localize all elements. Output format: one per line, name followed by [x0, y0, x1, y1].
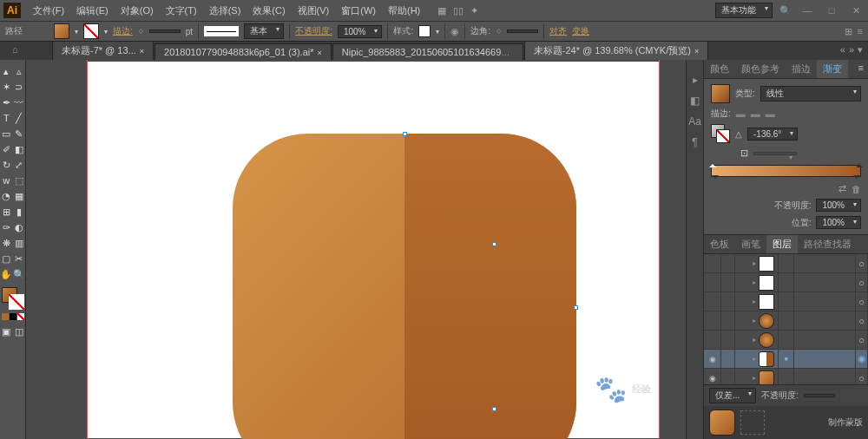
paintbrush-tool[interactable]: ✎ [13, 126, 26, 141]
reverse-gradient-icon[interactable]: ⇄ [838, 183, 846, 194]
panel-menu-icon[interactable]: ≡ [858, 26, 863, 36]
line-tool[interactable]: ╱ [13, 110, 26, 126]
transform-link[interactable]: 变换 [572, 25, 589, 37]
dock-panel-icon[interactable]: ◧ [690, 95, 700, 107]
free-transform-tool[interactable]: ⬚ [13, 173, 26, 188]
maximize-button[interactable]: □ [823, 4, 840, 16]
graph-tool[interactable]: ▥ [13, 235, 26, 251]
lock-toggle[interactable] [721, 331, 735, 349]
kuler-icon[interactable]: ✦ [470, 5, 478, 16]
tab-gradient[interactable]: 渐变 [817, 60, 848, 78]
zoom-tool[interactable]: 🔍 [13, 266, 26, 282]
recolor-icon[interactable]: ◉ [450, 26, 459, 37]
lock-toggle[interactable] [721, 350, 735, 368]
home-icon[interactable]: ⌂ [12, 44, 18, 55]
eyedropper-tool[interactable]: ✑ [0, 220, 13, 235]
layer-row[interactable]: ▸○ [704, 292, 868, 311]
gradient-angle-input[interactable]: -136.6° [747, 128, 798, 141]
opacity-input[interactable]: 100% [338, 25, 383, 38]
screen-mode-toggle[interactable]: ◫ [13, 324, 26, 339]
isolate-icon[interactable]: ⊞ [845, 26, 852, 37]
anchor-point[interactable] [403, 132, 407, 136]
layer-row[interactable]: ▸○ [704, 369, 868, 384]
rectangle-tool[interactable]: ▭ [0, 126, 13, 141]
target-icon[interactable] [779, 331, 794, 349]
rotate-tool[interactable]: ↻ [0, 157, 13, 173]
visibility-toggle[interactable] [704, 273, 721, 292]
lasso-tool[interactable]: ⊃ [13, 79, 26, 95]
visibility-toggle[interactable] [704, 292, 721, 311]
gradient-type-dropdown[interactable]: 线性 [760, 86, 861, 102]
gradient-fill-stroke[interactable] [711, 124, 730, 143]
color-mode-switches[interactable] [2, 313, 24, 320]
guide-left[interactable] [87, 60, 88, 439]
stroke-profile[interactable] [204, 26, 239, 36]
doc-tab-3[interactable]: Nipic_9885883_20150605101634669000.ai*× [332, 43, 523, 60]
style-menu-icon[interactable]: ▾ [436, 28, 439, 36]
visibility-toggle[interactable] [704, 254, 721, 272]
fill-swatch[interactable] [54, 23, 69, 39]
gradient-preview[interactable] [711, 84, 730, 103]
workspace-dropdown[interactable]: 基本功能 [715, 3, 773, 18]
blend-tool[interactable]: ◐ [13, 220, 26, 235]
menu-type[interactable]: 文字(T) [161, 3, 202, 19]
opacity-link[interactable]: 不透明度: [295, 25, 332, 37]
anchor-point[interactable] [574, 305, 578, 310]
magic-wand-tool[interactable]: ✶ [0, 79, 13, 95]
style-swatch[interactable] [418, 25, 431, 37]
anchor-point[interactable] [492, 407, 496, 411]
menu-window[interactable]: 窗口(W) [336, 3, 381, 19]
width-tool[interactable]: w [0, 173, 13, 188]
pen-tool[interactable]: ✒ [0, 95, 13, 110]
align-link[interactable]: 对齐 [549, 25, 567, 37]
menu-object[interactable]: 对象(O) [115, 3, 159, 19]
stroke-weight-input[interactable] [149, 29, 181, 33]
grad-opacity-input[interactable]: 100% [816, 199, 861, 212]
shape-builder-tool[interactable]: ◔ [0, 188, 13, 204]
eraser-tool[interactable]: ◧ [13, 141, 26, 157]
delete-stop-icon[interactable]: 🗑 [852, 184, 861, 194]
guide-right[interactable] [659, 60, 660, 439]
close-icon[interactable]: × [318, 49, 322, 57]
stroke-within-icon[interactable]: ▬ [736, 108, 746, 119]
close-icon[interactable]: × [694, 47, 699, 56]
stroke-link[interactable]: 描边: [113, 25, 133, 37]
stroke-menu-icon[interactable]: ▾ [104, 28, 108, 36]
visibility-toggle[interactable] [704, 311, 721, 330]
anchor-point[interactable] [492, 242, 496, 246]
lock-toggle[interactable] [721, 254, 735, 272]
curvature-tool[interactable]: 〰 [13, 95, 26, 110]
target-icon[interactable] [779, 254, 794, 272]
gradient-tool[interactable]: ▮ [13, 204, 26, 220]
dock-panel-icon[interactable]: ¶ [692, 136, 697, 148]
tab-prev-icon[interactable]: « [840, 44, 845, 56]
lock-toggle[interactable] [721, 273, 735, 292]
canvas[interactable]: 🐾经验 [26, 60, 686, 439]
mesh-tool[interactable]: ⊞ [0, 204, 13, 220]
layer-list[interactable]: ▸○ ▸○ ▸○ ▸○ ▸○ ▸◉ ▸○ [704, 254, 868, 384]
grad-loc-input[interactable]: 100% [816, 216, 861, 229]
dock-expand-icon[interactable]: ▸ [693, 74, 698, 86]
gradient-ramp[interactable] [711, 165, 861, 177]
doc-tab-4[interactable]: 未标题-24* @ 139.68% (CMYK/预览)× [524, 41, 708, 60]
menu-view[interactable]: 视图(V) [293, 3, 335, 19]
make-mask-button[interactable]: 制作蒙版 [828, 416, 863, 429]
arrange-icon[interactable]: ▯▯ [453, 5, 464, 16]
menu-select[interactable]: 选择(S) [204, 3, 247, 19]
menu-edit[interactable]: 编辑(E) [71, 3, 114, 19]
minimize-button[interactable]: — [799, 4, 816, 16]
gradient-half-shape[interactable] [404, 134, 576, 439]
close-button[interactable]: ✕ [847, 4, 865, 16]
stroke-along-icon[interactable]: ▬ [751, 108, 760, 119]
slice-tool[interactable]: ✂ [13, 251, 26, 266]
bridge-icon[interactable]: ▦ [437, 5, 446, 16]
scale-tool[interactable]: ⤢ [13, 157, 26, 173]
tab-brushes[interactable]: 画笔 [735, 235, 766, 253]
mask-thumbnail[interactable] [709, 410, 735, 436]
shaper-tool[interactable]: ✐ [0, 141, 13, 157]
stroke-swatch[interactable] [83, 23, 99, 39]
visibility-toggle[interactable] [704, 369, 721, 384]
target-icon[interactable] [779, 292, 794, 311]
layer-row[interactable]: ▸○ [704, 311, 868, 331]
menu-effect[interactable]: 效果(C) [247, 3, 290, 19]
